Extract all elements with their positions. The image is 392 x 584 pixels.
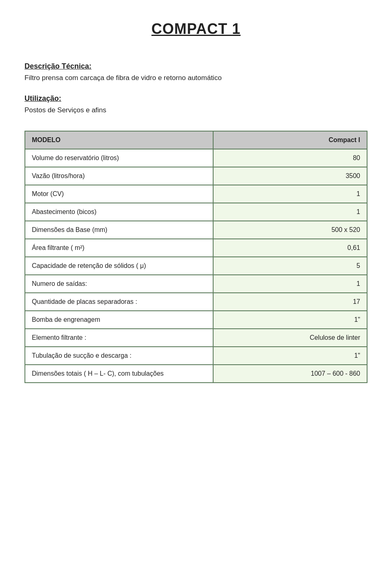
table-cell-value: 500 x 520 — [213, 221, 367, 239]
specs-table-section: MODELO Compact I Volume do reservatório … — [24, 131, 368, 383]
table-row: Quantidade de placas separadoras :17 — [25, 293, 367, 311]
table-cell-value: 1 — [213, 275, 367, 293]
col-compact-header: Compact I — [213, 131, 367, 149]
descricao-section: Descrição Técnica: Filtro prensa com car… — [24, 62, 368, 82]
table-cell-label: Vazão (litros/hora) — [25, 167, 213, 185]
table-cell-label: Área filtrante ( m²) — [25, 239, 213, 257]
table-cell-value: 1 — [213, 203, 367, 221]
descricao-label: Descrição Técnica: — [24, 62, 368, 71]
table-cell-value: Celulose de linter — [213, 329, 367, 347]
table-row: Dimensões da Base (mm)500 x 520 — [25, 221, 367, 239]
table-cell-label: Bomba de engrenagem — [25, 311, 213, 329]
utilizacao-label: Utilização: — [24, 94, 368, 103]
table-row: Abastecimento (bicos)1 — [25, 203, 367, 221]
table-row: Motor (CV)1 — [25, 185, 367, 203]
table-row: Elemento filtrante :Celulose de linter — [25, 329, 367, 347]
table-cell-label: Motor (CV) — [25, 185, 213, 203]
table-cell-label: Elemento filtrante : — [25, 329, 213, 347]
table-cell-value: 0,61 — [213, 239, 367, 257]
utilizacao-section: Utilização: Postos de Serviços e afins — [24, 94, 368, 114]
descricao-text: Filtro prensa com carcaça de fibra de vi… — [24, 74, 368, 82]
table-cell-value: 3500 — [213, 167, 367, 185]
table-row: Volume do reservatório (litros)80 — [25, 149, 367, 167]
utilizacao-text: Postos de Serviços e afins — [24, 106, 368, 114]
page-title: COMPACT 1 — [24, 20, 368, 38]
table-row: Área filtrante ( m²)0,61 — [25, 239, 367, 257]
table-cell-value: 1 — [213, 185, 367, 203]
table-cell-label: Quantidade de placas separadoras : — [25, 293, 213, 311]
table-header-row: MODELO Compact I — [25, 131, 367, 149]
table-cell-label: Abastecimento (bicos) — [25, 203, 213, 221]
col-modelo-header: MODELO — [25, 131, 213, 149]
table-row: Bomba de engrenagem1" — [25, 311, 367, 329]
table-cell-label: Capacidade de retenção de sólidos ( μ) — [25, 257, 213, 275]
table-cell-label: Dimensões da Base (mm) — [25, 221, 213, 239]
table-row: Vazão (litros/hora)3500 — [25, 167, 367, 185]
specs-table: MODELO Compact I Volume do reservatório … — [24, 131, 368, 383]
table-row: Numero de saídas:1 — [25, 275, 367, 293]
table-cell-value: 1" — [213, 311, 367, 329]
table-cell-label: Volume do reservatório (litros) — [25, 149, 213, 167]
table-cell-label: Dimensões totais ( H – L- C), com tubula… — [25, 365, 213, 383]
table-cell-value: 1007 – 600 - 860 — [213, 365, 367, 383]
table-cell-value: 17 — [213, 293, 367, 311]
table-row: Dimensões totais ( H – L- C), com tubula… — [25, 365, 367, 383]
table-cell-label: Tubulação de sucção e descarga : — [25, 347, 213, 365]
table-cell-value: 1" — [213, 347, 367, 365]
table-row: Tubulação de sucção e descarga :1" — [25, 347, 367, 365]
table-cell-value: 5 — [213, 257, 367, 275]
table-cell-value: 80 — [213, 149, 367, 167]
table-row: Capacidade de retenção de sólidos ( μ)5 — [25, 257, 367, 275]
table-cell-label: Numero de saídas: — [25, 275, 213, 293]
